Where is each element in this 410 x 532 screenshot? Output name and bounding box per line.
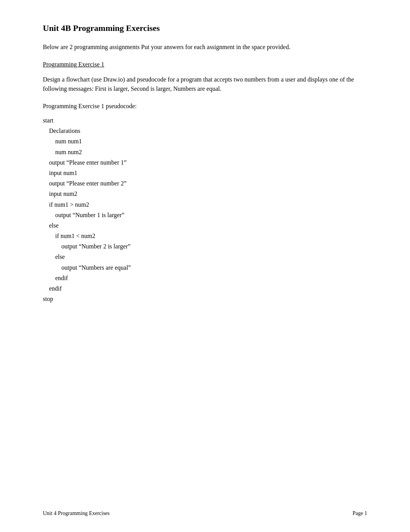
footer-right: Page 1 [352, 510, 367, 517]
section1-heading: Programming Exercise 1 [43, 61, 367, 68]
exercise1-description: Design a flowchart (use Draw.io) and pse… [43, 75, 367, 93]
pseudocode-block: start Declarations num num1 num num2 out… [43, 115, 367, 304]
page-title: Unit 4B Programming Exercises [43, 23, 367, 33]
intro-text: Below are 2 programming assignments Put … [43, 42, 367, 52]
page: Unit 4B Programming Exercises Below are … [0, 0, 410, 532]
pseudocode-heading: Programming Exercise 1 pseudocode: [43, 103, 367, 110]
footer-left: Unit 4 Programming Exercises [43, 510, 110, 517]
page-footer: Unit 4 Programming Exercises Page 1 [43, 510, 367, 517]
